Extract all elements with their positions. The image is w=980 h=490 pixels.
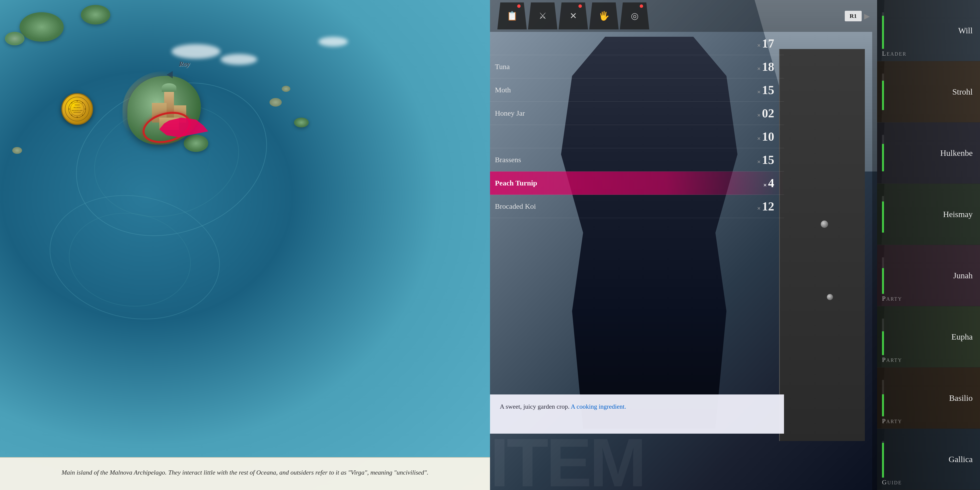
- count-value: 15: [762, 153, 774, 167]
- party-member-heismay[interactable]: Heismay: [877, 184, 980, 245]
- r1-navigation: R1 ▶: [845, 11, 870, 21]
- tab-items[interactable]: 📋: [497, 2, 527, 29]
- item-count: ×15: [745, 153, 774, 167]
- party-member-basilio[interactable]: Basilio Party: [877, 368, 980, 429]
- cloud: [221, 54, 257, 65]
- count-prefix: ×: [757, 135, 761, 142]
- inventory-row-selected[interactable]: Peach Turnip ×4: [490, 172, 784, 195]
- item-description-text: A sweet, juicy garden crop. A cooking in…: [500, 402, 774, 411]
- inventory-row[interactable]: Brocaded Koi ×12: [490, 195, 784, 218]
- hp-fill: [882, 331, 884, 355]
- small-island: [5, 32, 24, 45]
- tab-misc[interactable]: ◎: [620, 2, 649, 29]
- item-count: ×12: [745, 199, 774, 213]
- inventory-row[interactable]: Honey Jar ×02: [490, 102, 784, 125]
- svg-point-6: [71, 102, 72, 103]
- main-island[interactable]: [118, 61, 211, 154]
- furniture-rivet: [827, 294, 833, 300]
- member-name: Gallica: [949, 455, 973, 464]
- party-member-junah[interactable]: Junah Party: [877, 245, 980, 306]
- hp-bar: [882, 380, 884, 416]
- count-value: 18: [762, 60, 774, 73]
- equipment-icon: ⚔: [539, 11, 547, 21]
- tab-abilities[interactable]: 🖐: [589, 2, 619, 29]
- item-count: ×4: [745, 176, 774, 190]
- party-member-eupha[interactable]: Eupha Party: [877, 306, 980, 368]
- item-count: ×02: [745, 106, 774, 120]
- rock-outcrop: [282, 86, 290, 92]
- r1-arrow-icon: ▶: [864, 12, 870, 20]
- hp-bar: [882, 12, 884, 49]
- hp-fill: [882, 81, 884, 110]
- cloud: [318, 37, 348, 46]
- member-role: Leader: [882, 50, 907, 57]
- party-sidebar: Will Leader Strohl Hulkenbe Heismay: [877, 0, 980, 490]
- r1-button[interactable]: R1: [845, 11, 862, 21]
- party-member-hulkenbe[interactable]: Hulkenbe: [877, 123, 980, 184]
- cloud: [172, 44, 221, 59]
- rock-outcrop: [12, 147, 22, 154]
- skills-icon: ✕: [570, 11, 577, 21]
- svg-point-4: [68, 108, 70, 110]
- member-role: Guide: [882, 479, 902, 486]
- count-value: 4: [768, 176, 774, 190]
- count-prefix: ×: [763, 181, 767, 189]
- member-name: Strohl: [952, 87, 973, 97]
- inventory-row[interactable]: ×10: [490, 125, 784, 148]
- hp-fill: [882, 16, 884, 49]
- svg-point-8: [71, 115, 72, 116]
- hp-bar: [882, 73, 884, 110]
- abilities-icon: 🖐: [598, 11, 609, 21]
- hp-fill: [882, 201, 884, 232]
- notification-dot: [578, 5, 582, 8]
- item-count: ×15: [745, 83, 774, 97]
- item-name: Brocaded Koi: [495, 202, 745, 210]
- item-description-highlight: A cooking ingredient.: [571, 403, 626, 410]
- hp-bar: [882, 135, 884, 171]
- svg-point-0: [68, 100, 86, 118]
- count-prefix: ×: [757, 88, 761, 95]
- inventory-row[interactable]: Tuna ×18: [490, 55, 784, 78]
- count-value: 10: [762, 130, 774, 143]
- small-island: [81, 5, 110, 24]
- party-member-will[interactable]: Will Leader: [877, 0, 980, 61]
- location-label: Roy: [179, 60, 190, 68]
- tab-skills[interactable]: ✕: [558, 2, 588, 29]
- svg-point-2: [77, 100, 78, 102]
- notification-dot: [517, 5, 520, 8]
- svg-text:ARCHIPELAGO: ARCHIPELAGO: [72, 110, 83, 111]
- member-name: Eupha: [951, 332, 973, 342]
- count-prefix: ×: [757, 65, 761, 72]
- member-name: Basilio: [949, 393, 973, 403]
- item-count: ×10: [745, 129, 774, 143]
- item-count: ×18: [745, 59, 774, 74]
- inventory-row[interactable]: ×17: [490, 32, 784, 55]
- count-value: 15: [762, 83, 774, 97]
- hp-bar: [882, 441, 884, 477]
- tab-equipment[interactable]: ⚔: [528, 2, 557, 29]
- inventory-row[interactable]: Moth ×15: [490, 78, 784, 102]
- inventory-row[interactable]: Brassens ×15: [490, 148, 784, 172]
- top-navigation: 📋 ⚔ ✕ 🖐 ◎ R1 ▶: [490, 0, 877, 32]
- furniture-rivet: [821, 221, 828, 228]
- member-role: Party: [882, 356, 902, 364]
- small-island: [294, 118, 309, 127]
- svg-point-1: [70, 102, 84, 116]
- count-value: 02: [762, 106, 774, 120]
- item-name: Brassens: [495, 156, 745, 164]
- hp-bar: [882, 318, 884, 355]
- member-name: Junah: [953, 271, 973, 280]
- svg-point-3: [77, 117, 78, 118]
- party-member-gallica[interactable]: Gallica Guide: [877, 429, 980, 490]
- misc-icon: ◎: [631, 11, 638, 21]
- map-panel: MALNOVA ARCHIPELAGO Roy Main island of t…: [0, 0, 490, 490]
- item-name: Tuna: [495, 62, 745, 71]
- scene-furniture: [779, 49, 865, 441]
- svg-text:MALNOVA: MALNOVA: [74, 107, 81, 108]
- right-panel: 📋 ⚔ ✕ 🖐 ◎ R1 ▶: [490, 0, 980, 490]
- inventory-panel: ×17 Tuna ×18 Moth ×15 Honey Jar: [490, 32, 784, 490]
- party-member-strohl[interactable]: Strohl: [877, 61, 980, 123]
- item-name: Moth: [495, 86, 745, 94]
- hp-fill: [882, 443, 884, 477]
- item-description-box: A sweet, juicy garden crop. A cooking in…: [490, 395, 784, 434]
